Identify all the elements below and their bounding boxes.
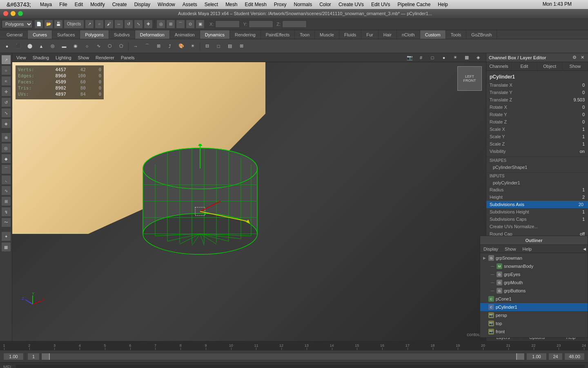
nav-cube[interactable]: LEFT FRONT (457, 66, 482, 91)
tab-fluids[interactable]: Fluids (339, 30, 361, 39)
cb-tab-show[interactable]: Show (563, 62, 588, 70)
snap-view-icon[interactable]: ▣ (196, 20, 205, 29)
viewport-canvas[interactable]: Verts: 4457 42 0 Edges: 8960 100 0 Faces… (12, 62, 486, 341)
icon-side-by-side[interactable]: ▤ (225, 41, 235, 52)
soft-mod-btn[interactable]: ⊕ (1, 132, 11, 142)
frame-step-input[interactable] (27, 353, 40, 360)
range-handle-left[interactable] (42, 353, 50, 360)
vp-wireframe-icon[interactable]: □ (427, 52, 438, 63)
icon-quad[interactable]: ⊟ (202, 41, 212, 52)
sculpt-btn[interactable]: ◎ (1, 143, 11, 153)
icon-platonic[interactable]: ⬠ (116, 41, 127, 52)
open-scene-icon[interactable]: 📂 (44, 20, 53, 29)
lasso-tool-icon[interactable]: ○ (95, 20, 104, 29)
cb-attr-radius[interactable]: Radius 1 (486, 186, 588, 193)
cb-attr-scale-z[interactable]: Scale Z 1 (486, 140, 588, 148)
outliner-item-grpbuttons[interactable]: — G grpButtons (480, 287, 588, 295)
apple-menu[interactable]: &#63743; (3, 0, 34, 9)
vp-render-icon[interactable]: ◈ (473, 52, 483, 63)
menu-display[interactable]: Display (131, 1, 154, 8)
range-handle-right[interactable] (516, 353, 524, 360)
maximize-button[interactable] (18, 11, 23, 16)
icon-paint[interactable]: 🎨 (176, 41, 187, 52)
vp-menu-renderer[interactable]: Renderer (94, 54, 116, 61)
icon-torus[interactable]: ◎ (47, 41, 58, 52)
paint-weights-btn[interactable]: ✦ (1, 231, 11, 241)
mel-input[interactable] (16, 365, 585, 368)
scale-icon[interactable]: ⤡ (134, 20, 143, 29)
vp-menu-lighting[interactable]: Lighting (54, 54, 73, 61)
outliner-item-front[interactable]: 📷 front (480, 328, 588, 336)
icon-plane[interactable]: ▬ (59, 41, 69, 52)
translate-icon[interactable]: ↔ (114, 20, 123, 29)
tab-hair[interactable]: Hair (379, 30, 397, 39)
cb-attr-visibility[interactable]: Visibility on (486, 148, 588, 155)
outliner-item-pcone1[interactable]: C pCone1 (480, 295, 588, 303)
snap-curve-icon[interactable]: ⌒ (176, 20, 185, 29)
select-tool-icon[interactable]: ↗ (85, 20, 94, 29)
cb-attr-scale-y[interactable]: Scale Y 1 (486, 133, 588, 140)
menu-assets[interactable]: Assets (179, 1, 200, 8)
tab-curves[interactable]: Curves (28, 30, 52, 39)
component-editor-btn[interactable]: ▦ (1, 242, 11, 252)
vp-smooth-icon[interactable]: ● (439, 52, 449, 63)
tab-fur[interactable]: Fur (361, 30, 379, 39)
vp-cam-icon[interactable]: 📷 (404, 52, 415, 63)
outliner-item-top[interactable]: 📷 top (480, 319, 588, 328)
icon-deform[interactable]: ⤴ (165, 41, 175, 52)
cb-attr-rotate-z[interactable]: Rotate Z 0 (486, 118, 588, 126)
move-tool-btn[interactable]: ✛ (1, 87, 11, 96)
cb-tab-edit[interactable]: Edit (512, 62, 537, 70)
new-scene-icon[interactable]: 📄 (34, 20, 43, 29)
vp-menu-show[interactable]: Show (76, 54, 91, 61)
y-input[interactable] (249, 20, 273, 28)
save-scene-icon[interactable]: 💾 (54, 20, 63, 29)
cylinder-wireframe[interactable] (135, 144, 265, 267)
select-tool-btn[interactable]: ↗ (1, 55, 11, 65)
vp-menu-panels[interactable]: Panels (119, 54, 136, 61)
tab-subdivs[interactable]: Subdivs (109, 30, 135, 39)
rotate-tool-btn[interactable]: ↺ (1, 97, 11, 107)
objects-toggle[interactable]: Objects (64, 20, 84, 29)
menu-color[interactable]: Color (316, 1, 334, 8)
cb-attr-subdiv-axis[interactable]: Subdivisions Axis 20 (486, 201, 588, 208)
scale-tool-btn[interactable]: ⤡ (1, 108, 11, 118)
tab-general[interactable]: General (2, 30, 28, 39)
cb-attr-height[interactable]: Height 2 (486, 193, 588, 201)
flare-btn[interactable]: ◟ (1, 175, 11, 185)
tab-tools[interactable]: Tools (446, 30, 467, 39)
lasso-btn[interactable]: ≈ (1, 76, 11, 86)
icon-soccer[interactable]: ⬡ (105, 41, 115, 52)
tab-custom[interactable]: Custom (420, 30, 446, 39)
mode-dropdown[interactable]: Polygons (2, 20, 33, 28)
range-max-input[interactable] (564, 353, 585, 360)
icon-curve[interactable]: ⌒ (142, 41, 152, 52)
tab-ncloth[interactable]: nCloth (397, 30, 420, 39)
squash-btn[interactable]: ⊞ (1, 196, 11, 206)
icon-cube[interactable]: ⬛ (13, 41, 24, 52)
menu-edit-uvs[interactable]: Edit UVs (368, 1, 394, 8)
outliner-item-grpeyes[interactable]: — G grpEyes (480, 270, 588, 278)
tab-toon[interactable]: Toon (295, 30, 315, 39)
outliner-item-grpmouth[interactable]: — G grpMouth (480, 278, 588, 287)
snap-grid-icon[interactable]: ⊞ (166, 20, 175, 29)
cluster-btn[interactable]: ◆ (1, 154, 11, 164)
z-input[interactable] (282, 20, 307, 28)
menu-normals[interactable]: Normals (291, 1, 316, 8)
icon-arrow[interactable]: → (130, 41, 141, 52)
minimize-button[interactable] (11, 11, 16, 16)
vp-grid-icon[interactable]: # (416, 52, 426, 63)
range-start-input[interactable] (526, 353, 547, 360)
menu-window[interactable]: Window (154, 1, 178, 8)
tab-rendering[interactable]: Rendering (230, 30, 261, 39)
snap-point-icon[interactable]: ⊙ (186, 20, 195, 29)
tab-dynamics[interactable]: Dynamics (200, 30, 230, 39)
cb-tab-object[interactable]: Object (537, 62, 563, 70)
vp-texture-icon[interactable]: ▦ (461, 52, 472, 63)
icon-four-up[interactable]: ⊞ (236, 41, 247, 52)
menu-pipeline-cache[interactable]: Pipeline Cache (394, 1, 434, 8)
cb-attr-subdiv-height[interactable]: Subdivisions Height 1 (486, 208, 588, 215)
paint-select-btn[interactable]: ○ (1, 65, 11, 75)
icon-render[interactable]: ☀ (187, 41, 198, 52)
range-slider[interactable] (41, 353, 525, 360)
